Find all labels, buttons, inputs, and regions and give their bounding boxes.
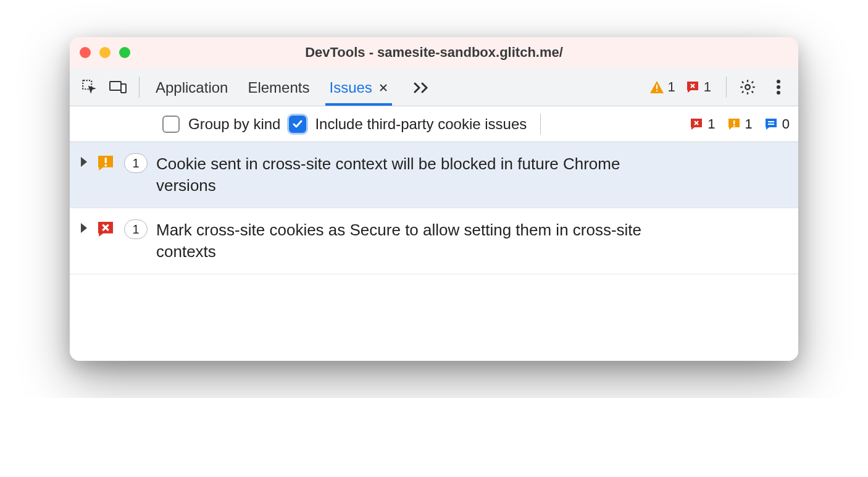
separator <box>139 77 140 98</box>
window-close-button[interactable] <box>80 47 91 58</box>
toggle-device-toolbar-icon[interactable] <box>106 75 130 99</box>
separator <box>540 114 541 135</box>
tab-application[interactable]: Application <box>154 70 229 104</box>
main-toolbar: Application Elements Issues <box>70 68 798 106</box>
devtools-window: DevTools - samesite-sandbox.glitch.me/ A… <box>70 37 798 361</box>
error-bubble-icon <box>96 219 115 239</box>
count-value: 1 <box>707 116 715 132</box>
count-value: 1 <box>132 156 139 171</box>
issues-filter-bar: Group by kind Include third-party cookie… <box>70 106 798 142</box>
issue-title: Cookie sent in cross-site context will b… <box>156 153 650 196</box>
more-tabs-icon[interactable] <box>409 75 434 99</box>
svg-rect-4 <box>656 90 657 91</box>
tab-label: Elements <box>248 79 309 96</box>
traffic-lights <box>80 47 130 58</box>
svg-point-5 <box>745 85 749 89</box>
tab-label: Issues <box>329 79 372 96</box>
issue-count-pill: 1 <box>124 153 148 173</box>
issue-count-pill: 1 <box>124 219 148 239</box>
panel-tabs: Application Elements Issues <box>154 70 434 104</box>
window-title: DevTools - samesite-sandbox.glitch.me/ <box>70 44 798 61</box>
count-value: 1 <box>132 222 139 237</box>
warning-bubble-icon <box>96 153 115 173</box>
issue-row[interactable]: 1 Mark cross-site cookies as Secure to a… <box>70 208 798 274</box>
titlebar: DevTools - samesite-sandbox.glitch.me/ <box>70 37 798 68</box>
close-tab-icon[interactable] <box>378 83 388 93</box>
svg-rect-14 <box>105 164 107 166</box>
inspect-element-icon[interactable] <box>77 75 102 99</box>
warning-count[interactable]: 1 <box>727 116 753 132</box>
gear-icon <box>739 78 756 96</box>
tab-elements[interactable]: Elements <box>246 70 311 104</box>
count-value: 1 <box>668 79 675 95</box>
include-third-party-label: Include third-party cookie issues <box>315 116 527 133</box>
svg-rect-3 <box>656 85 657 89</box>
error-bubble-icon <box>685 80 700 95</box>
more-options-button[interactable] <box>766 75 791 99</box>
svg-point-7 <box>777 85 780 89</box>
tab-issues[interactable]: Issues <box>328 70 389 104</box>
expand-arrow-icon[interactable] <box>81 223 87 233</box>
header-warning-count[interactable]: 1 <box>649 79 675 95</box>
separator <box>726 77 727 98</box>
count-value: 1 <box>745 116 753 132</box>
window-zoom-button[interactable] <box>119 47 130 58</box>
warning-triangle-icon <box>649 80 664 94</box>
issues-list: 1 Cookie sent in cross-site context will… <box>70 142 798 361</box>
svg-point-8 <box>777 91 780 95</box>
svg-rect-12 <box>768 124 774 125</box>
error-count[interactable]: 1 <box>689 116 715 132</box>
tab-label: Application <box>156 79 228 96</box>
window-minimize-button[interactable] <box>99 47 111 58</box>
info-count[interactable]: 0 <box>764 116 790 132</box>
svg-rect-13 <box>105 158 107 163</box>
group-by-kind-checkbox[interactable] <box>162 116 180 133</box>
svg-rect-10 <box>733 125 735 126</box>
issue-title: Mark cross-site cookies as Secure to all… <box>156 219 650 263</box>
info-bubble-icon <box>764 117 778 132</box>
include-third-party-checkbox[interactable] <box>289 116 306 133</box>
header-error-count[interactable]: 1 <box>685 79 711 95</box>
expand-arrow-icon[interactable] <box>81 157 87 167</box>
severity-counts: 1 1 <box>689 116 790 132</box>
issue-row[interactable]: 1 Cookie sent in cross-site context will… <box>70 142 798 208</box>
count-value: 0 <box>782 116 790 132</box>
svg-rect-1 <box>110 82 121 90</box>
error-bubble-icon <box>689 117 704 132</box>
count-value: 1 <box>704 79 711 95</box>
group-by-kind-label: Group by kind <box>188 116 280 133</box>
settings-button[interactable] <box>735 75 760 99</box>
kebab-icon <box>776 79 781 95</box>
svg-rect-9 <box>733 120 735 124</box>
svg-point-6 <box>777 80 780 83</box>
svg-rect-11 <box>768 121 774 122</box>
svg-rect-2 <box>121 84 126 93</box>
warning-bubble-icon <box>727 117 741 132</box>
